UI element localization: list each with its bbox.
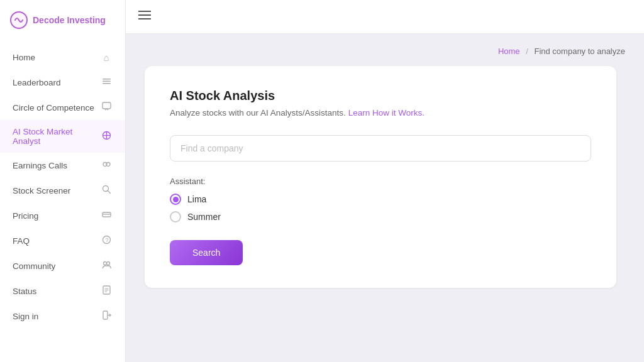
sign-in-icon (100, 310, 113, 322)
assistant-label: Assistant: (170, 177, 591, 186)
svg-rect-1 (103, 79, 111, 80)
assistant-radio-group: Lima Summer (170, 194, 591, 222)
sidebar-item-circle-of-competence[interactable]: Circle of Competence (0, 95, 125, 120)
learn-how-link[interactable]: Learn How it Works. (348, 108, 425, 118)
radio-item-lima[interactable]: Lima (170, 194, 591, 205)
logo-text: Decode Investing (33, 15, 106, 25)
svg-text:?: ? (105, 237, 108, 243)
analysis-card: AI Stock Analysis Analyze stocks with ou… (145, 66, 616, 288)
earnings-icon (100, 160, 113, 171)
svg-point-16 (103, 262, 106, 265)
pricing-icon (100, 210, 113, 221)
svg-rect-22 (103, 311, 108, 319)
sidebar-item-community[interactable]: Community (0, 253, 125, 278)
card-subtitle: Analyze stocks with our AI Analysts/Assi… (170, 108, 591, 118)
breadcrumb: Home / Find company to analyze (145, 47, 625, 56)
radio-circle-lima (170, 194, 181, 205)
circle-icon (100, 102, 113, 113)
radio-item-summer[interactable]: Summer (170, 211, 591, 222)
sidebar-item-leaderboard[interactable]: Leaderboard (0, 70, 125, 95)
search-button[interactable]: Search (170, 240, 243, 265)
radio-label-summer: Summer (187, 212, 221, 222)
sidebar-item-ai-stock-market-analyst[interactable]: AI Stock Market Analyst (0, 120, 125, 153)
leaderboard-icon (100, 77, 113, 88)
status-icon (100, 285, 113, 297)
breadcrumb-home-link[interactable]: Home (498, 47, 520, 56)
sidebar-item-stock-screener[interactable]: Stock Screener (0, 178, 125, 203)
ai-icon (100, 131, 113, 142)
radio-circle-summer (170, 211, 181, 222)
sidebar-item-status[interactable]: Status (0, 278, 125, 304)
faq-icon: ? (100, 235, 113, 246)
card-title: AI Stock Analysis (170, 89, 591, 103)
breadcrumb-current: Find company to analyze (534, 47, 625, 56)
svg-point-17 (106, 262, 109, 265)
sidebar-item-earnings-calls[interactable]: Earnings Calls (0, 153, 125, 178)
community-icon (100, 260, 113, 272)
svg-rect-4 (103, 102, 111, 109)
sidebar: Decode Investing Home ⌂ Leaderboard Circ… (0, 0, 126, 362)
top-bar (126, 0, 644, 34)
screener-icon (100, 185, 113, 196)
sidebar-nav: Home ⌂ Leaderboard Circle of Competence … (0, 40, 125, 362)
logo[interactable]: Decode Investing (0, 0, 125, 40)
svg-rect-3 (103, 83, 111, 84)
home-icon: ⌂ (100, 52, 113, 63)
sidebar-item-pricing[interactable]: Pricing (0, 203, 125, 228)
sidebar-item-sign-in[interactable]: Sign in (0, 304, 125, 329)
hamburger-icon[interactable] (138, 10, 151, 23)
breadcrumb-separator: / (526, 47, 528, 56)
search-input-wrapper (170, 135, 591, 162)
sidebar-item-home[interactable]: Home ⌂ (0, 45, 125, 70)
svg-line-11 (108, 191, 110, 194)
logo-icon (10, 11, 28, 29)
content-area: Home / Find company to analyze AI Stock … (126, 34, 644, 362)
company-search-input[interactable] (170, 135, 591, 162)
svg-rect-2 (103, 81, 111, 82)
sidebar-item-faq[interactable]: FAQ ? (0, 228, 125, 253)
radio-label-lima: Lima (187, 194, 206, 204)
main-wrapper: Home / Find company to analyze AI Stock … (126, 0, 644, 362)
